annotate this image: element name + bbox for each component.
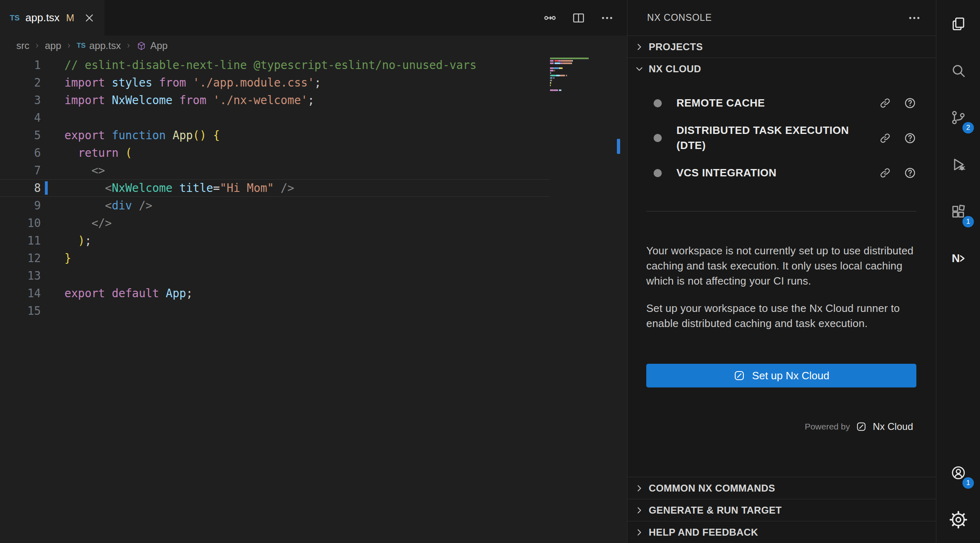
section-generate-run-target[interactable]: GENERATE & RUN TARGET	[627, 499, 936, 521]
code-line[interactable]: 9 <div />	[0, 197, 550, 214]
help-icon[interactable]	[904, 97, 916, 109]
nx-console-panel: NX CONSOLE PROJECTS NX CLOUD REMOTE CACH…	[627, 0, 936, 543]
setup-nx-cloud-button[interactable]: Set up Nx Cloud	[646, 364, 916, 387]
code-line[interactable]: 4	[0, 109, 550, 127]
symbol-method-icon	[136, 41, 146, 51]
breadcrumb-separator-icon	[65, 42, 73, 49]
source-control-button[interactable]: 2	[936, 94, 980, 141]
status-dot-icon	[654, 99, 662, 107]
tree-item-actions	[879, 132, 916, 145]
tree-item-label: REMOTE CACHE	[676, 96, 765, 111]
chevron-right-icon	[634, 483, 645, 494]
section-common-nx-commands[interactable]: COMMON NX COMMANDS	[627, 477, 936, 499]
divider	[646, 211, 916, 211]
code-line-content: <NxWelcome title="Hi Mom" />	[64, 179, 294, 197]
code-line[interactable]: 14export default App;	[0, 285, 550, 302]
line-number[interactable]: 8	[0, 179, 41, 197]
connect-icon[interactable]	[879, 97, 891, 109]
breadcrumb-item-label: src	[16, 40, 29, 51]
code-line-content: return (	[64, 144, 132, 162]
section-label: NX CLOUD	[649, 63, 701, 75]
help-icon[interactable]	[904, 132, 916, 145]
more-actions-icon[interactable]	[600, 11, 614, 25]
breadcrumb-item-label: app	[45, 40, 61, 51]
breadcrumb-item-app[interactable]: app	[45, 40, 61, 51]
minimap[interactable]	[550, 57, 619, 94]
code-line-content: <>	[64, 162, 105, 179]
line-number[interactable]: 7	[0, 162, 41, 179]
line-number[interactable]: 3	[0, 91, 41, 109]
line-number[interactable]: 15	[0, 302, 41, 320]
panel-more-actions-icon[interactable]	[907, 11, 921, 25]
breadcrumb-item-app-tsx[interactable]: TSapp.tsx	[77, 40, 121, 51]
breadcrumb-item-src[interactable]: src	[16, 40, 29, 51]
code-line-content: }	[64, 249, 71, 267]
code-editor[interactable]: 1// eslint-disable-next-line @typescript…	[0, 56, 627, 320]
run-and-debug-button[interactable]	[936, 141, 980, 188]
code-line[interactable]: 5export function App() {	[0, 127, 550, 144]
code-line-content: // eslint-disable-next-line @typescript-…	[64, 56, 477, 74]
section-help-and-feedback[interactable]: HELP AND FEEDBACK	[627, 521, 936, 543]
code-line[interactable]: 12}	[0, 249, 550, 267]
minimap-line	[550, 91, 619, 94]
help-icon[interactable]	[904, 167, 916, 179]
line-number[interactable]: 11	[0, 232, 41, 249]
connect-icon[interactable]	[879, 132, 891, 145]
tree-item-vcs-integration[interactable]: VCS INTEGRATION	[646, 159, 916, 187]
breadcrumb-item-label: App	[150, 40, 168, 51]
section-label: GENERATE & RUN TARGET	[649, 505, 782, 516]
connect-icon[interactable]	[879, 167, 891, 179]
line-number[interactable]: 6	[0, 144, 41, 162]
nx-console-button[interactable]: N	[936, 235, 980, 282]
workspace-status-text: Your workspace is not currently set up t…	[646, 243, 916, 289]
breadcrumb-item-app[interactable]: App	[136, 40, 168, 51]
tab-app-tsx[interactable]: TS app.tsx M	[0, 0, 104, 36]
code-line[interactable]: 15	[0, 302, 550, 320]
nx-cloud-icon	[856, 421, 867, 432]
line-number[interactable]: 14	[0, 285, 41, 302]
settings-button[interactable]	[936, 496, 980, 543]
line-number[interactable]: 1	[0, 56, 41, 74]
code-line[interactable]: 7 <>	[0, 162, 550, 179]
panel-header: NX CONSOLE	[627, 0, 936, 36]
split-editor-icon[interactable]	[572, 11, 585, 25]
panel-title: NX CONSOLE	[647, 12, 712, 23]
chevron-down-icon	[634, 64, 645, 74]
breadcrumb-separator-icon	[33, 42, 41, 49]
code-line-content: </>	[64, 214, 112, 232]
code-line[interactable]: 1// eslint-disable-next-line @typescript…	[0, 56, 550, 74]
line-number[interactable]: 10	[0, 214, 41, 232]
tree-item-remote-cache[interactable]: REMOTE CACHE	[646, 89, 916, 117]
badge: 1	[962, 477, 974, 489]
code-line[interactable]: 2import styles from './app.module.css';	[0, 74, 550, 91]
code-line[interactable]: 13	[0, 267, 550, 285]
nx-cloud-header-slot: NX CLOUD	[627, 58, 936, 80]
explorer-button[interactable]	[936, 0, 980, 47]
line-number[interactable]: 4	[0, 109, 41, 127]
code-line[interactable]: 11 );	[0, 232, 550, 249]
chevron-right-icon	[634, 42, 645, 52]
close-icon[interactable]	[83, 12, 95, 24]
code-line[interactable]: 3import NxWelcome from './nx-welcome';	[0, 91, 550, 109]
code-line[interactable]: 6 return (	[0, 144, 550, 162]
section-projects[interactable]: PROJECTS	[627, 36, 936, 58]
badge: 1	[962, 216, 974, 227]
line-number[interactable]: 9	[0, 197, 41, 214]
line-number[interactable]: 2	[0, 74, 41, 91]
status-dot-icon	[654, 134, 662, 142]
tree-item-distributed-task-execution-dte[interactable]: DISTRIBUTED TASK EXECUTION (DTE)	[646, 117, 916, 159]
code-line[interactable]: 10 </>	[0, 214, 550, 232]
code-line[interactable]: 8 <NxWelcome title="Hi Mom" />	[0, 179, 550, 197]
line-number[interactable]: 12	[0, 249, 41, 267]
search-button[interactable]	[936, 47, 980, 94]
settings-icon	[949, 510, 968, 529]
setup-hint-text: Set up your workspace to use the Nx Clou…	[646, 301, 916, 331]
open-changes-icon[interactable]	[543, 11, 557, 25]
account-button[interactable]: 1	[936, 449, 980, 496]
editor-actions	[543, 0, 627, 36]
powered-by-label: Powered by	[805, 422, 850, 432]
section-nx-cloud[interactable]: NX CLOUD	[627, 58, 936, 80]
line-number[interactable]: 13	[0, 267, 41, 285]
line-number[interactable]: 5	[0, 127, 41, 144]
extensions-button[interactable]: 1	[936, 188, 980, 235]
